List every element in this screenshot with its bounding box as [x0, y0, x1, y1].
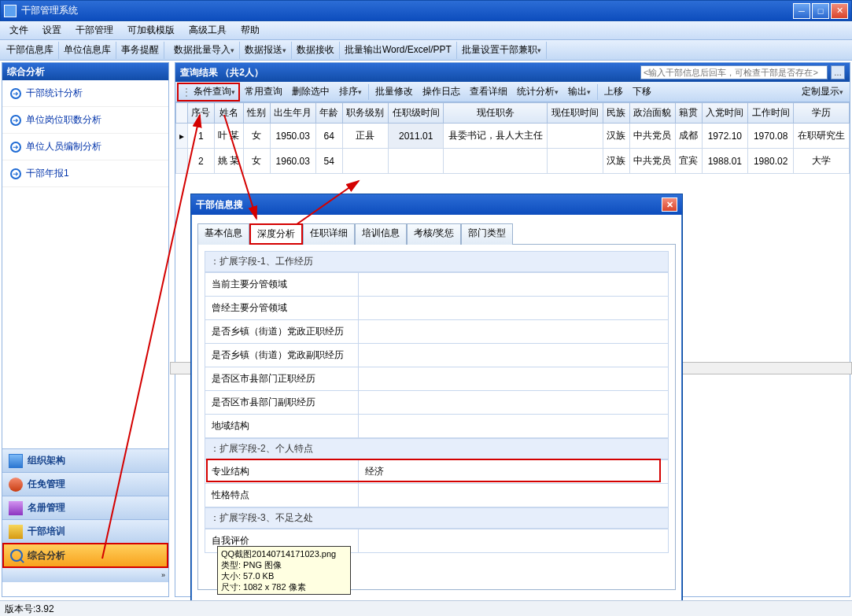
section-header: ：扩展字段-1、工作经历 [205, 251, 669, 272]
sidebar-item-staffing[interactable]: ➜单位人员编制分析 [2, 134, 168, 160]
tb-reminder[interactable]: 事务提醒 [116, 42, 164, 59]
search-more-button[interactable]: … [831, 65, 845, 79]
qb-sort[interactable]: 排序 [334, 83, 367, 101]
nav-analysis[interactable]: 综合分析 [2, 543, 168, 568]
tab-1[interactable]: 深度分析 [249, 223, 303, 245]
qb-condition-query[interactable]: ⋮条件查询 [177, 83, 240, 101]
tb-batch-parttime[interactable]: 批量设置干部兼职 [457, 42, 547, 59]
form-row[interactable]: 是否乡镇（街道）党政正职经历 [205, 320, 669, 344]
qb-moveup[interactable]: 上移 [599, 83, 628, 101]
grip-icon: ⋮ [182, 87, 191, 98]
dialog-titlebar: 干部信息搜 ✕ [191, 194, 682, 215]
nav-roster[interactable]: 名册管理 [2, 496, 168, 519]
form-row[interactable]: 地域结构 [205, 415, 669, 438]
appoint-icon [9, 478, 23, 492]
nav-footer: » [2, 568, 168, 582]
dialog-close-button[interactable]: ✕ [662, 197, 677, 212]
tab-5[interactable]: 部门类型 [461, 223, 513, 245]
arrow-icon: ➜ [10, 168, 21, 179]
minimize-button[interactable]: ─ [793, 3, 810, 19]
qb-custom-display[interactable]: 定制显示 [797, 83, 848, 101]
qb-delete[interactable]: 删除选中 [287, 83, 334, 101]
col-header[interactable]: 学历 [794, 103, 850, 124]
sidebar-item-position[interactable]: ➜单位岗位职数分析 [2, 107, 168, 134]
qb-detail[interactable]: 查看详细 [465, 83, 512, 101]
menu-file[interactable]: 文件 [3, 21, 35, 39]
col-header[interactable]: 籍贯 [675, 103, 702, 124]
form-row[interactable]: 性格特点 [205, 484, 669, 507]
form-row[interactable]: 是否区市县部门正职经历 [205, 367, 669, 391]
dialog-title: 干部信息搜 [196, 198, 243, 212]
sidebar-item-annual[interactable]: ➜干部年报1 [2, 160, 168, 187]
form-row[interactable]: 是否乡镇（街道）党政副职经历 [205, 344, 669, 367]
statusbar: 版本号:3.92 [0, 600, 852, 616]
tb-data-send[interactable]: 数据报送 [240, 42, 292, 59]
sidebar-item-stat[interactable]: ➜干部统计分析 [2, 80, 168, 107]
col-header[interactable]: 性别 [243, 103, 270, 124]
qb-log[interactable]: 操作日志 [418, 83, 465, 101]
col-header[interactable]: 入党时间 [702, 103, 747, 124]
col-header[interactable]: 年龄 [315, 103, 342, 124]
form-row[interactable]: 当前主要分管领域 [205, 273, 669, 297]
col-header[interactable]: 现任职务 [444, 103, 548, 124]
query-bar: ⋮条件查询 常用查询 删除选中 排序 批量修改 操作日志 查看详细 统计分析 输… [175, 82, 850, 102]
version-label: 版本号:3.92 [5, 603, 54, 614]
nav-training[interactable]: 干部培训 [2, 519, 168, 543]
section-header: ：扩展字段-2、个人特点 [205, 438, 669, 459]
menu-settings[interactable]: 设置 [36, 21, 68, 39]
left-panel-header: 综合分析 [2, 63, 168, 80]
tab-2[interactable]: 任职详细 [303, 223, 355, 245]
col-header[interactable]: 工作时间 [748, 103, 794, 124]
tab-4[interactable]: 考核/奖惩 [407, 223, 461, 245]
close-button[interactable]: ✕ [831, 3, 848, 19]
tb-batch-export[interactable]: 批量输出Word/Excel/PPT [340, 42, 457, 59]
result-header: 查询结果 （共2人） … [175, 63, 850, 82]
tb-batch-import[interactable]: 数据批量导入 [169, 42, 240, 59]
org-icon [9, 454, 23, 468]
qb-export[interactable]: 输出 [563, 83, 596, 101]
col-header[interactable]: 职务级别 [342, 103, 388, 124]
col-header[interactable]: 政治面貌 [629, 103, 675, 124]
table-row[interactable]: ▸1叶 某女1950.0364正县2011.01县委书记，县人大主任汉族中共党员… [176, 124, 850, 149]
col-header[interactable]: 序号 [188, 103, 215, 124]
search-input[interactable] [640, 65, 828, 79]
menubar: 文件 设置 干部管理 可加载模版 高级工具 帮助 [0, 21, 852, 40]
roster-icon [9, 501, 23, 515]
left-panel: 综合分析 ➜干部统计分析 ➜单位岗位职数分析 ➜单位人员编制分析 ➜干部年报1 … [2, 62, 169, 597]
col-header[interactable]: 任职级时间 [388, 103, 444, 124]
qb-statistic[interactable]: 统计分析 [512, 83, 563, 101]
qb-movedown[interactable]: 下移 [628, 83, 656, 101]
menu-help[interactable]: 帮助 [234, 21, 266, 39]
arrow-icon: ➜ [10, 88, 21, 99]
col-header[interactable]: 出生年月 [270, 103, 315, 124]
qb-common-query[interactable]: 常用查询 [240, 83, 287, 101]
nav-appoint[interactable]: 任免管理 [2, 472, 168, 496]
table-row[interactable]: 2姚 某女1960.0354汉族中共党员宜宾1988.011980.02大学 [176, 149, 850, 174]
form-row[interactable]: 曾经主要分管领域 [205, 297, 669, 320]
app-icon [4, 5, 17, 17]
menu-advanced[interactable]: 高级工具 [183, 21, 233, 39]
col-header[interactable]: 民族 [603, 103, 629, 124]
chevron-icon[interactable]: » [158, 571, 168, 579]
col-header[interactable]: 现任职时间 [548, 103, 603, 124]
form-row[interactable]: 专业结构经济 [205, 460, 669, 484]
section-header: ：扩展字段-3、不足之处 [205, 507, 669, 529]
tb-cadre-db[interactable]: 干部信息库 [2, 42, 59, 59]
tb-unit-db[interactable]: 单位信息库 [59, 42, 116, 59]
maximize-button[interactable]: □ [812, 3, 829, 19]
result-title: 查询结果 （共2人） [180, 66, 264, 79]
tab-3[interactable]: 培训信息 [355, 223, 407, 245]
tb-data-receive[interactable]: 数据接收 [292, 42, 340, 59]
col-header[interactable]: 姓名 [214, 103, 243, 124]
qb-batch-edit[interactable]: 批量修改 [371, 83, 418, 101]
window-title: 干部管理系统 [21, 4, 793, 17]
nav-org[interactable]: 组织架构 [2, 448, 168, 472]
form-row[interactable]: 是否区市县部门副职经历 [205, 391, 669, 415]
menu-template[interactable]: 可加载模版 [121, 21, 181, 39]
toolbar: 干部信息库 单位信息库 事务提醒 数据批量导入 数据报送 数据接收 批量输出Wo… [0, 40, 852, 61]
tab-0[interactable]: 基本信息 [197, 223, 249, 245]
arrow-icon: ➜ [10, 142, 21, 153]
menu-cadre[interactable]: 干部管理 [69, 21, 120, 39]
titlebar: 干部管理系统 ─ □ ✕ [0, 0, 852, 21]
tooltip: QQ截图20140714171023.png 类型: PNG 图像 大小: 57… [217, 546, 351, 595]
